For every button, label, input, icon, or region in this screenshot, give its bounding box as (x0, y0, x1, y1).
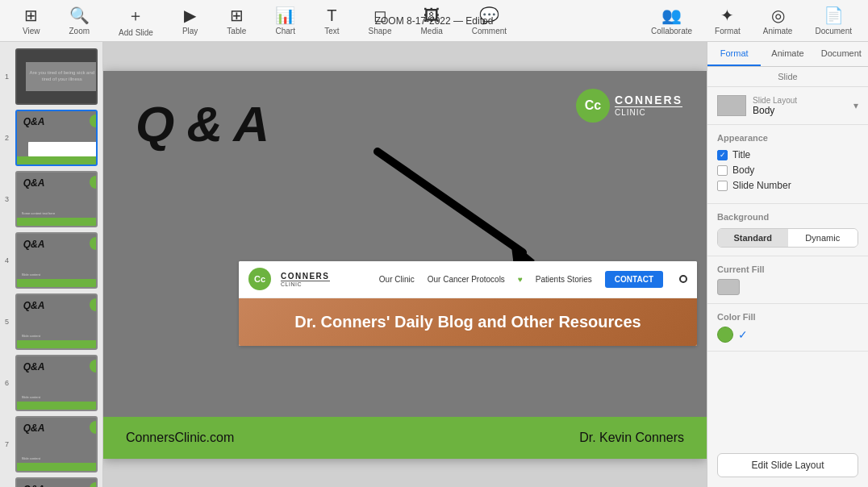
document-button[interactable]: 📄 Document (807, 6, 860, 35)
layout-chevron-icon[interactable]: ▾ (853, 100, 858, 111)
slide-thumb-5[interactable]: Q&A Slide content (15, 293, 98, 350)
site-logo-bot: CLINIC (281, 281, 330, 287)
thumb-logo-8 (90, 482, 98, 487)
color-fill-section: Color Fill ✓ (707, 304, 868, 352)
tab-animate[interactable]: Animate (761, 42, 814, 66)
slide-thumb-container-5: 5 Q&A Slide content (5, 293, 98, 350)
chart-label: Chart (276, 27, 295, 35)
thumb-qa-2: Q&A (23, 116, 45, 127)
zoom-icon: 🔍 (69, 6, 90, 25)
canvas-area: Q & A Cc CONNERS CLINIC Cc CONNERS (103, 42, 707, 487)
banner-text: Dr. Conners' Daily Blog and Other Resour… (255, 313, 681, 331)
chart-button[interactable]: 📊 Chart (267, 6, 303, 35)
svg-line-0 (378, 152, 523, 252)
thumb-qa-3: Q&A (23, 177, 45, 189)
thumb-green-bar-2 (17, 156, 98, 164)
slide-num-1: 1 (5, 73, 12, 81)
slide-thumb-container-7: 7 Q&A Slide content (5, 416, 98, 472)
current-fill-section: Current Fill (707, 256, 868, 304)
color-fill-row: ✓ (717, 327, 858, 343)
text-button[interactable]: T Text (316, 6, 347, 35)
bottom-name: Dr. Kevin Conners (579, 431, 684, 445)
checkmark-icon: ✓ (720, 151, 726, 159)
collaborate-icon: 👥 (661, 6, 682, 25)
site-logo-circle: Cc (248, 268, 271, 290)
logo-circle: Cc (576, 89, 610, 123)
table-button[interactable]: ⊞ Table (219, 6, 254, 35)
nav-links: Our Clinic Our Cancer Protocols ♥ Patien… (379, 271, 687, 288)
slide-thumb-7[interactable]: Q&A Slide content (15, 416, 98, 472)
toolbar: ⊞ View 🔍 Zoom ＋ Add Slide ▶ Play ⊞ Table… (0, 0, 868, 42)
thumb-logo-7 (90, 421, 98, 434)
play-label: Play (182, 27, 198, 35)
play-button[interactable]: ▶ Play (174, 6, 206, 35)
slide-num-2: 2 (5, 134, 12, 142)
animate-button[interactable]: ◎ Animate (755, 6, 801, 35)
slide-title: Q & A (136, 95, 269, 152)
view-label: View (23, 27, 40, 35)
slide-thumb-container-4: 4 Q&A Slide content (5, 232, 98, 289)
slide-thumb-container-1: 1 Are you tired of being sick and tired … (5, 48, 98, 105)
collaborate-button[interactable]: 👥 Collaborate (643, 6, 700, 35)
slide-thumb-container-3: 3 Q&A Some content text here (5, 171, 98, 227)
tab-format[interactable]: Format (707, 42, 761, 66)
title-checkbox[interactable]: ✓ (717, 150, 728, 160)
slide-num-7: 7 (5, 440, 12, 448)
thumb-green-bar-5 (17, 340, 98, 348)
site-logo-text: CONNERS CLINIC (281, 272, 330, 287)
add-slide-icon: ＋ (127, 5, 144, 27)
slide-thumb-4[interactable]: Q&A Slide content (15, 232, 98, 289)
slide-thumb-8[interactable]: Q&A Slide content (15, 477, 98, 487)
body-checkbox[interactable] (717, 165, 728, 176)
chart-icon: 📊 (275, 6, 295, 25)
slide-layout-label: Slide Layout (753, 96, 797, 105)
play-icon: ▶ (184, 6, 196, 25)
slide-thumb-container-8: 8 Q&A Slide content (5, 477, 98, 487)
website-preview: Cc CONNERS CLINIC Our Clinic Our Cancer … (239, 261, 697, 346)
slide-logo: Cc CONNERS CLINIC (576, 89, 682, 123)
document-icon: 📄 (824, 6, 844, 25)
slide-thumb-2[interactable]: Q&A (15, 110, 98, 166)
thumb-qa-5: Q&A (23, 300, 45, 311)
document-label: Document (815, 27, 852, 35)
slide-num-5: 5 (5, 318, 12, 326)
color-swatch-green[interactable] (717, 327, 733, 343)
slide-thumb-1[interactable]: Are you tired of being sick and tired of… (15, 48, 98, 105)
thumb-qa-8: Q&A (23, 484, 45, 487)
slide-bottom-bar: ConnersClinic.com Dr. Kevin Conners (103, 417, 707, 459)
thumb-green-bar-3 (17, 218, 98, 226)
edit-slide-layout-button[interactable]: Edit Slide Layout (717, 453, 858, 477)
slide-number-checkbox-row: Slide Number (717, 180, 858, 191)
body-checkbox-label: Body (732, 164, 754, 176)
slide-thumb-container-6: 6 Q&A Slide content (5, 355, 98, 411)
media-label: Media (421, 27, 443, 35)
fill-swatch (717, 279, 740, 295)
slide-layout-info: Slide Layout Body (753, 96, 797, 116)
panel-spacer (707, 352, 868, 453)
website-nav: Cc CONNERS CLINIC Our Clinic Our Cancer … (239, 261, 697, 298)
thumb-qa-6: Q&A (23, 361, 45, 373)
format-button[interactable]: ✦ Format (707, 6, 749, 35)
add-slide-button[interactable]: ＋ Add Slide (111, 5, 161, 37)
collaborate-label: Collaborate (651, 27, 692, 35)
logo-text: CONNERS CLINIC (615, 94, 682, 117)
slide-number-checkbox[interactable] (717, 181, 728, 191)
appearance-section: Appearance ✓ Title Body Slide Number (707, 125, 868, 204)
nav-heart-icon: ♥ (518, 275, 523, 284)
standard-bg-button[interactable]: Standard (718, 229, 788, 247)
slide-thumb-3[interactable]: Q&A Some content text here (15, 171, 98, 227)
slide-num-4: 4 (5, 256, 12, 264)
nav-link-stories: Patients Stories (536, 275, 592, 284)
nav-contact-button[interactable]: CONTACT (605, 271, 663, 288)
dynamic-bg-button[interactable]: Dynamic (788, 229, 858, 247)
color-fill-title: Color Fill (717, 312, 858, 322)
slide-canvas: Q & A Cc CONNERS CLINIC Cc CONNERS (103, 71, 707, 459)
text-icon: T (327, 6, 336, 25)
slide-layout-thumbnail (717, 95, 746, 116)
tab-document[interactable]: Document (815, 42, 868, 66)
zoom-button[interactable]: 🔍 Zoom (61, 6, 98, 35)
thumb-logo-5 (90, 298, 98, 311)
view-button[interactable]: ⊞ View (15, 6, 48, 35)
current-fill-title: Current Fill (717, 264, 858, 274)
slide-thumb-6[interactable]: Q&A Slide content (15, 355, 98, 411)
